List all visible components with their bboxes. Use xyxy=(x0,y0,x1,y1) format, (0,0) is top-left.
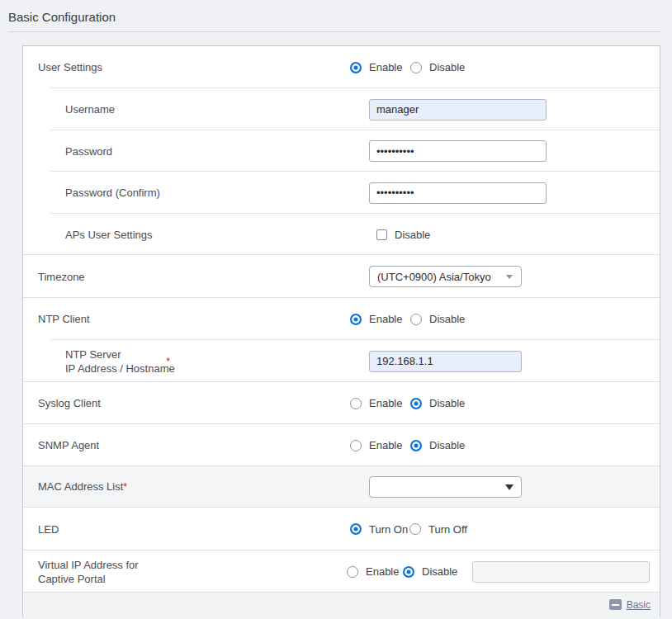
password-confirm-label: Password (Confirm) xyxy=(23,186,185,200)
radio-unchecked-icon[interactable] xyxy=(410,314,422,325)
title-divider xyxy=(8,31,660,32)
row-led: LED Turn On Turn Off xyxy=(23,508,660,550)
snmp-agent-label: SNMP Agent xyxy=(23,438,185,452)
timezone-label: Timezone xyxy=(23,270,185,284)
username-input[interactable] xyxy=(369,99,547,120)
collapse-minus-icon[interactable] xyxy=(609,599,622,610)
mac-address-list-dropdown[interactable] xyxy=(369,476,522,498)
mac-address-list-label: MAC Address List* xyxy=(23,480,185,494)
page-title: Basic Configuration xyxy=(8,10,116,24)
timezone-selected-value: (UTC+0900) Asia/Tokyo xyxy=(377,271,491,283)
virtual-ip-label: Virtual IP Address for Captive Portal xyxy=(23,558,185,586)
ntp-server-input[interactable] xyxy=(369,351,522,372)
password-label: Password xyxy=(23,144,185,158)
username-label: Username xyxy=(23,102,185,116)
virtual-ip-input xyxy=(472,561,650,583)
aps-disable-option[interactable]: Disable xyxy=(376,229,430,241)
row-aps-user-settings: APs User Settings Disable xyxy=(23,214,660,255)
radio-checked-icon[interactable] xyxy=(403,566,414,578)
row-username: Username xyxy=(23,88,660,130)
basic-configuration-panel: User Settings Enable Disable Username Pa… xyxy=(22,45,660,617)
row-mac-address-list: MAC Address List* xyxy=(23,466,660,508)
password-input[interactable] xyxy=(369,140,547,162)
row-virtual-ip: Virtual IP Address for Captive Portal En… xyxy=(23,550,660,593)
syslog-enable-option[interactable]: Enable xyxy=(350,397,410,409)
radio-unchecked-icon[interactable] xyxy=(350,398,362,409)
row-timezone: Timezone (UTC+0900) Asia/Tokyo xyxy=(23,255,660,298)
radio-checked-icon[interactable] xyxy=(350,62,362,73)
row-password-confirm: Password (Confirm) xyxy=(23,172,660,214)
radio-checked-icon[interactable] xyxy=(350,523,362,535)
row-snmp-agent: SNMP Agent Enable Disable xyxy=(23,424,660,466)
password-confirm-input[interactable] xyxy=(369,182,547,204)
radio-unchecked-icon[interactable] xyxy=(347,566,358,578)
row-ntp-client: NTP Client Enable Disable xyxy=(23,298,660,340)
checkbox-unchecked-icon[interactable] xyxy=(376,229,387,240)
ntp-disable-option[interactable]: Disable xyxy=(410,313,465,325)
radio-unchecked-icon[interactable] xyxy=(409,523,421,535)
user-settings-disable-option[interactable]: Disable xyxy=(410,61,465,73)
radio-checked-icon[interactable] xyxy=(410,398,422,409)
snmp-enable-option[interactable]: Enable xyxy=(350,439,410,451)
snmp-disable-option[interactable]: Disable xyxy=(410,439,465,451)
syslog-client-label: Syslog Client xyxy=(23,396,185,410)
row-password: Password xyxy=(23,130,660,172)
row-user-settings: User Settings Enable Disable xyxy=(23,46,660,88)
dropdown-arrow-icon xyxy=(505,484,513,490)
ntp-client-label: NTP Client xyxy=(23,312,185,326)
required-asterisk: * xyxy=(123,481,127,493)
syslog-disable-option[interactable]: Disable xyxy=(410,397,465,409)
row-syslog-client: Syslog Client Enable Disable xyxy=(23,382,660,424)
led-turn-off-option[interactable]: Turn Off xyxy=(409,523,467,536)
user-settings-label: User Settings xyxy=(23,60,185,74)
radio-unchecked-icon[interactable] xyxy=(410,62,422,73)
radio-checked-icon[interactable] xyxy=(350,314,362,325)
user-settings-enable-option[interactable]: Enable xyxy=(350,61,410,73)
led-turn-on-option[interactable]: Turn On xyxy=(350,523,409,536)
ntp-enable-option[interactable]: Enable xyxy=(350,313,410,325)
radio-unchecked-icon[interactable] xyxy=(350,440,362,451)
row-ntp-server: NTP Server IP Address / Hostname * xyxy=(23,340,660,382)
virtual-ip-disable-option[interactable]: Disable xyxy=(403,565,457,578)
radio-checked-icon[interactable] xyxy=(410,440,422,451)
timezone-dropdown[interactable]: (UTC+0900) Asia/Tokyo xyxy=(369,266,522,287)
basic-section-link[interactable]: Basic xyxy=(627,599,651,611)
chevron-down-icon xyxy=(506,275,513,279)
panel-footer: Basic xyxy=(23,593,660,617)
aps-user-settings-label: APs User Settings xyxy=(23,228,185,242)
ntp-server-label: NTP Server IP Address / Hostname * xyxy=(23,347,185,376)
required-asterisk: * xyxy=(166,354,170,368)
virtual-ip-enable-option[interactable]: Enable xyxy=(347,565,403,578)
led-label: LED xyxy=(23,522,185,536)
